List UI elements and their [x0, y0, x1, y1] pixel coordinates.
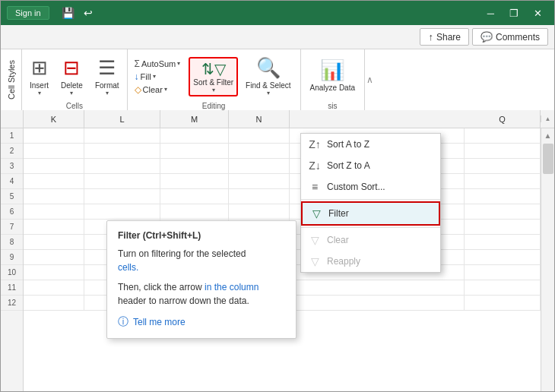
- save-icon[interactable]: 💾: [62, 7, 75, 19]
- clear-ribbon-button[interactable]: ◇ Clear ▾: [132, 84, 183, 96]
- clear-icon: ◇: [135, 84, 141, 95]
- editing-group: Σ AutoSum ▾ ↓ Fill ▾ ◇ Clear ▾: [128, 49, 301, 110]
- insert-icon: ⊞: [31, 56, 48, 80]
- row-header-9: 9: [1, 250, 23, 265]
- grid-row-2: [24, 144, 541, 159]
- tooltip-tell-me-more[interactable]: ⓘ Tell me more: [118, 315, 285, 329]
- help-circle-icon: ⓘ: [118, 315, 128, 329]
- format-icon: ☰: [98, 56, 116, 80]
- delete-button[interactable]: ⊟ Delete ▾: [56, 53, 87, 100]
- minimize-button[interactable]: ─: [481, 6, 500, 21]
- format-dropdown-arrow: ▾: [106, 90, 109, 96]
- autosum-button[interactable]: Σ AutoSum ▾: [132, 58, 183, 70]
- editing-left-col: Σ AutoSum ▾ ↓ Fill ▾ ◇ Clear ▾: [132, 58, 183, 96]
- row-headers: 1 2 3 4 5 6 7 8 9 10 11 12: [1, 128, 24, 391]
- col-header-l[interactable]: L: [84, 110, 160, 128]
- ribbon-collapse-icon[interactable]: ∧: [366, 74, 373, 85]
- analyze-data-button[interactable]: 📊 Analyze Data: [306, 55, 360, 95]
- fill-dropdown-arrow: ▾: [153, 73, 156, 80]
- cell-q2[interactable]: [465, 144, 541, 158]
- row-header-7: 7: [1, 220, 23, 235]
- restore-button[interactable]: ❐: [503, 6, 525, 21]
- col-header-m[interactable]: M: [160, 110, 229, 128]
- tooltip-desc2-rest: header to narrow down the data.: [118, 296, 249, 306]
- cell-m1[interactable]: [160, 128, 229, 143]
- cell-m2[interactable]: [160, 144, 229, 158]
- menu-item-sort-z-a[interactable]: Z↓ Sort Z to A: [301, 155, 440, 176]
- delete-icon: ⊟: [63, 56, 80, 80]
- row-header-1: 1: [1, 128, 23, 144]
- grid-row-6: [24, 204, 541, 220]
- editing-group-label: Editing: [132, 100, 296, 110]
- tooltip-desc2-in: in the column: [205, 282, 258, 292]
- col-header-k[interactable]: K: [24, 110, 84, 128]
- custom-sort-icon: ≡: [309, 181, 321, 193]
- cells-group-buttons: ⊞ Insert ▾ ⊟ Delete ▾ ☰ Format ▾: [25, 52, 124, 100]
- col-header-q[interactable]: Q: [465, 110, 541, 128]
- scroll-top-icon: ▲: [545, 115, 551, 122]
- cell-styles-label[interactable]: Cell Styles: [7, 60, 16, 100]
- row-header-12: 12: [1, 296, 23, 311]
- close-button[interactable]: ✕: [528, 6, 548, 21]
- menu-item-clear: ▽ Clear: [301, 229, 440, 251]
- dropdown-menu: Z↑ Sort A to Z Z↓ Sort Z to A ≡ Custom S…: [300, 133, 441, 273]
- format-button[interactable]: ☰ Format ▾: [90, 53, 124, 100]
- cell-l1[interactable]: [84, 128, 160, 143]
- comments-button[interactable]: 💬 Comments: [472, 28, 548, 46]
- sort-a-z-icon: Z↑: [309, 138, 321, 150]
- titlebar-icons: 💾 ↩: [62, 7, 93, 19]
- cell-styles-group: Cell Styles: [1, 49, 22, 110]
- vertical-scrollbar[interactable]: ▲: [541, 128, 554, 391]
- find-icon: 🔍: [256, 56, 281, 80]
- tooltip-desc2: Then, click the arrow in the column head…: [118, 280, 285, 308]
- reapply-icon: ▽: [309, 255, 321, 267]
- col-header-n[interactable]: N: [229, 110, 290, 128]
- scroll-up-arrow[interactable]: ▲: [541, 128, 554, 142]
- insert-dropdown-arrow: ▾: [38, 90, 41, 96]
- row-header-2: 2: [1, 144, 23, 159]
- ribbon-collapse[interactable]: ∧: [364, 49, 375, 110]
- menu-divider: [301, 199, 440, 200]
- row-header-4: 4: [1, 174, 23, 189]
- cells-group: ⊞ Insert ▾ ⊟ Delete ▾ ☰ Format ▾ Cells: [22, 49, 128, 110]
- row-header-6: 6: [1, 204, 23, 220]
- analysis-group-buttons: 📊 Analyze Data: [306, 52, 360, 100]
- grid-row-4: [24, 174, 541, 189]
- scroll-thumb[interactable]: [543, 144, 553, 174]
- sort-filter-dropdown-arrow: ▾: [212, 87, 215, 93]
- corner-cell: [1, 110, 24, 128]
- analysis-group: 📊 Analyze Data sis: [301, 49, 364, 110]
- row-header-11: 11: [1, 280, 23, 296]
- tooltip-desc1-text: Turn on filtering for the selected: [118, 248, 246, 259]
- columns-bar: K L M N Q ▲: [1, 110, 554, 128]
- tooltip-desc1: Turn on filtering for the selected cells…: [118, 247, 285, 274]
- menu-item-sort-a-z[interactable]: Z↑ Sort A to Z: [301, 134, 440, 155]
- sign-in-button[interactable]: Sign in: [7, 6, 49, 20]
- find-select-button[interactable]: 🔍 Find & Select ▾: [241, 53, 295, 100]
- sort-filter-icon: ⇅▽: [201, 60, 226, 78]
- cell-k1[interactable]: [24, 128, 84, 143]
- cells-group-label: Cells: [25, 100, 124, 110]
- insert-button[interactable]: ⊞ Insert ▾: [25, 53, 53, 100]
- fill-icon: ↓: [135, 71, 139, 82]
- cell-q1[interactable]: [465, 128, 541, 143]
- grid-row-3: [24, 159, 541, 174]
- sort-z-a-icon: Z↓: [309, 160, 321, 172]
- titlebar: Sign in 💾 ↩ ─ ❐ ✕: [1, 1, 554, 25]
- menu-item-custom-sort[interactable]: ≡ Custom Sort...: [301, 176, 440, 198]
- sort-filter-button[interactable]: ⇅▽ Sort & Filter ▾: [189, 57, 238, 96]
- cell-n2[interactable]: [229, 144, 290, 158]
- cell-l2[interactable]: [84, 144, 160, 158]
- menu-item-filter[interactable]: ▽ Filter: [301, 201, 440, 226]
- comments-icon: 💬: [480, 31, 493, 43]
- analyze-icon: 📊: [320, 58, 344, 82]
- tooltip-link-label: Tell me more: [133, 317, 186, 327]
- fill-button[interactable]: ↓ Fill ▾: [132, 71, 183, 83]
- cell-k2[interactable]: [24, 144, 84, 158]
- scroll-top-arrow[interactable]: ▲: [541, 115, 554, 122]
- cell-n1[interactable]: [229, 128, 290, 143]
- autosum-icon: Σ: [135, 58, 140, 69]
- undo-icon[interactable]: ↩: [84, 7, 93, 19]
- share-button[interactable]: ↑ Share: [420, 28, 469, 46]
- ribbon-toolbar: Cell Styles ⊞ Insert ▾ ⊟ Delete ▾ ☰ Form…: [1, 49, 554, 110]
